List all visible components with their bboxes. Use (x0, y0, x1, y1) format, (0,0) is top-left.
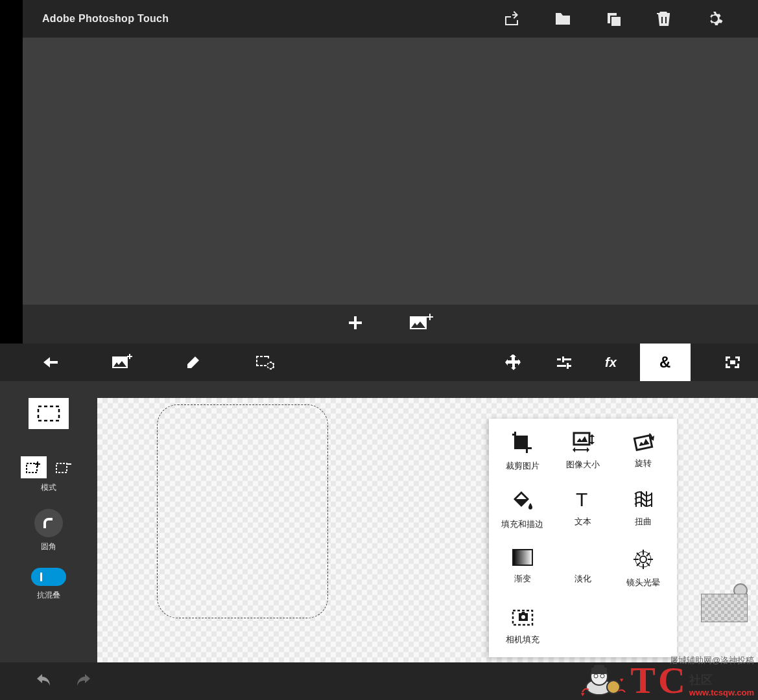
text-icon: T (573, 490, 593, 509)
ampersand-icon: & (657, 355, 673, 370)
gradient-icon (512, 548, 534, 566)
fill-stroke-item[interactable]: 填充和描边 (494, 490, 551, 530)
share-button[interactable] (487, 0, 538, 38)
rotate-label: 旋转 (635, 458, 652, 469)
edit-button[interactable] (174, 344, 213, 381)
selection-add-icon (25, 460, 42, 474)
back-button[interactable] (31, 344, 70, 381)
fade-item[interactable]: 淡化 (554, 548, 611, 589)
svg-rect-13 (573, 550, 593, 565)
fill-stroke-icon (512, 490, 533, 512)
trash-icon (657, 10, 671, 27)
redo-icon (75, 674, 91, 688)
fill-stroke-label: 填充和描边 (501, 519, 543, 530)
warp-icon (632, 490, 654, 509)
lens-flare-label: 镜头光晕 (626, 577, 660, 589)
svg-point-14 (640, 556, 646, 563)
left-letterbox (0, 0, 23, 344)
svg-text:&: & (659, 355, 670, 370)
marquee-tool-button[interactable] (29, 398, 69, 429)
folder-icon (554, 12, 571, 26)
plus-icon (348, 315, 363, 331)
antialias-toggle[interactable] (31, 568, 66, 586)
svg-rect-2 (38, 406, 59, 421)
svg-rect-3 (27, 463, 37, 472)
back-arrow-icon (42, 356, 59, 369)
redo-button[interactable] (70, 668, 96, 694)
svg-rect-6 (574, 433, 589, 445)
move-tool-button[interactable] (488, 344, 539, 381)
corner-radius-button[interactable] (34, 509, 63, 537)
layers-panel (688, 583, 748, 622)
gradient-label: 渐变 (514, 573, 531, 585)
lens-flare-item[interactable]: 镜头光晕 (615, 548, 672, 589)
warp-label: 扭曲 (635, 516, 652, 528)
text-label: 文本 (574, 516, 591, 528)
settings-button[interactable] (689, 0, 740, 38)
home-screen: Adobe Photoshop Touch (0, 0, 758, 344)
svg-rect-5 (66, 463, 71, 465)
undo-icon (36, 674, 53, 688)
text-item[interactable]: T 文本 (554, 490, 611, 530)
more-menu-panel: 裁剪图片 图像大小 旋转 填充和描边 T 文本 (489, 419, 677, 657)
selection-marquee[interactable] (157, 404, 328, 618)
selection-mode-row (21, 456, 77, 478)
image-size-icon (571, 430, 595, 452)
camera-fill-item[interactable]: 相机填充 (494, 607, 551, 646)
editor-topbar: fx & (0, 344, 758, 381)
top-bar: Adobe Photoshop Touch (0, 0, 758, 38)
camera-fill-label: 相机填充 (506, 634, 539, 646)
watermark-credit: 屠城辅助网@洛神投稿 (670, 655, 754, 666)
selection-subtract-icon (55, 460, 72, 474)
image-plus-icon (409, 314, 433, 332)
copy-button[interactable] (588, 0, 639, 38)
more-menu-button[interactable]: & (640, 344, 691, 381)
crop-label: 裁剪图片 (506, 460, 539, 472)
fullscreen-button[interactable] (707, 344, 758, 381)
fade-label: 淡化 (574, 573, 591, 585)
image-add-button[interactable] (102, 344, 141, 381)
warp-item[interactable]: 扭曲 (615, 490, 672, 530)
crop-icon (511, 430, 534, 454)
svg-rect-9 (513, 550, 532, 565)
editor-body: 模式 圆角 抗混叠 裁剪图片 图像大 (0, 381, 758, 662)
fx-button[interactable]: fx (589, 344, 640, 381)
share-icon (504, 11, 521, 27)
editor-screen: fx & 模式 (0, 344, 758, 700)
pencil-icon (186, 355, 200, 369)
mode-label: 模式 (41, 482, 56, 493)
mode-add-button[interactable] (21, 456, 47, 478)
antialias-label: 抗混叠 (37, 590, 60, 601)
fx-icon: fx (605, 355, 624, 369)
add-image-button[interactable] (409, 314, 433, 334)
home-workspace (23, 38, 758, 305)
svg-point-17 (521, 615, 525, 619)
rotate-icon (632, 430, 655, 451)
editor-footer (0, 662, 758, 700)
move-icon (505, 354, 522, 371)
camera-fill-icon (510, 607, 535, 627)
add-button[interactable] (348, 315, 363, 333)
image-size-item[interactable]: 图像大小 (554, 430, 611, 472)
svg-text:T: T (576, 490, 587, 509)
undo-button[interactable] (31, 668, 57, 694)
corner-label: 圆角 (41, 541, 56, 552)
crop-item[interactable]: 裁剪图片 (494, 430, 551, 472)
svg-rect-4 (56, 463, 67, 472)
folder-button[interactable] (538, 0, 588, 38)
rotate-item[interactable]: 旋转 (615, 430, 672, 472)
mode-subtract-button[interactable] (51, 456, 77, 478)
copy-icon (606, 11, 621, 27)
home-bottom-panel (23, 305, 758, 344)
app-title: Adobe Photoshop Touch (42, 13, 169, 25)
selection-gear-icon (255, 355, 274, 370)
lens-flare-icon (632, 548, 654, 570)
adjust-button[interactable] (539, 344, 589, 381)
selection-settings-button[interactable] (245, 344, 284, 381)
gradient-item[interactable]: 渐变 (494, 548, 551, 589)
image-plus-icon (111, 354, 133, 371)
svg-text:fx: fx (605, 355, 617, 369)
delete-button[interactable] (639, 0, 689, 38)
layer-thumbnail[interactable] (701, 594, 748, 622)
fullscreen-icon (724, 355, 741, 369)
